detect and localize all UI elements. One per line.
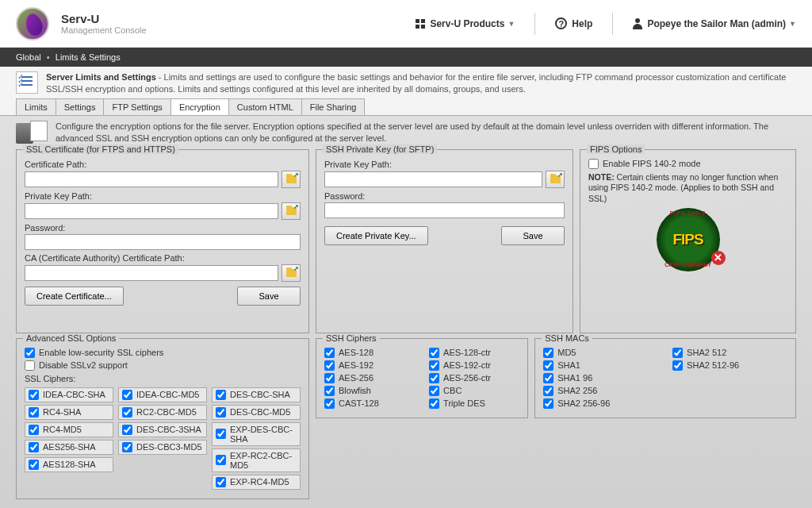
ssh-cipher-col2: AES-128-ctrAES-192-ctrAES-256-ctrCBCTrip…: [429, 345, 519, 411]
ssh-mac-item: MD5: [543, 348, 658, 358]
checklist-icon: [16, 71, 38, 94]
ssl-save-button[interactable]: Save: [237, 287, 301, 306]
ssl-password-input[interactable]: [25, 234, 301, 250]
ssh-mac-label: SHA1: [557, 360, 580, 370]
ssh-mac-checkbox[interactable]: [543, 348, 553, 358]
ssl-cert-legend: SSL Certificate (for FTPS and HTTPS): [23, 144, 178, 154]
ssh-priv-key-browse-button[interactable]: [546, 171, 565, 188]
ca-path-input[interactable]: [25, 265, 278, 281]
ssl-priv-key-browse-button[interactable]: [282, 202, 301, 220]
ssh-cipher-checkbox[interactable]: [324, 398, 335, 409]
ssh-cipher-col1: AES-128AES-192AES-256BlowfishCAST-128: [324, 345, 415, 411]
ssh-mac-checkbox[interactable]: [672, 360, 683, 371]
ssh-cipher-item: AES-192: [324, 360, 415, 371]
ssh-cipher-item: AES-256-ctr: [429, 373, 519, 383]
ssl-cipher-checkbox[interactable]: [216, 429, 226, 439]
ssh-cipher-checkbox[interactable]: [429, 386, 439, 396]
app-title: Serv-U: [61, 12, 147, 25]
ssl-cipher-item: DES-CBC-MD5: [212, 405, 301, 420]
ssh-cipher-checkbox[interactable]: [324, 348, 335, 358]
tab-limits[interactable]: Limits: [16, 98, 56, 115]
ssh-password-input[interactable]: [324, 202, 565, 218]
ssh-cipher-label: CBC: [443, 386, 462, 395]
cert-path-browse-button[interactable]: [282, 171, 301, 188]
ssh-key-legend: SSH Private Key (for SFTP): [323, 144, 437, 154]
ssl-cipher-checkbox[interactable]: [216, 477, 226, 487]
ssh-password-label: Password:: [324, 191, 565, 201]
tab-custom-html[interactable]: Custom HTML: [228, 98, 302, 115]
server-doc-icon: [16, 121, 48, 146]
ssh-cipher-checkbox[interactable]: [429, 348, 439, 358]
ssh-mac-checkbox[interactable]: [543, 360, 553, 371]
fips-note-bold: NOTE:: [588, 172, 615, 182]
ssh-cipher-item: AES-128: [324, 348, 415, 358]
ssl-cipher-col2: IDEA-CBC-MD5RC2-CBC-MD5DES-CBC-3SHADES-C…: [118, 385, 207, 492]
ssl-cipher-checkbox[interactable]: [29, 442, 39, 452]
create-private-key-button[interactable]: Create Private Key...: [324, 226, 428, 245]
ssh-cipher-checkbox[interactable]: [429, 373, 439, 383]
tab-ftp-settings[interactable]: FTP Settings: [103, 98, 170, 115]
ssl-password-label: Password:: [25, 223, 301, 233]
enable-fips-checkbox[interactable]: [588, 159, 599, 169]
ssh-mac-checkbox[interactable]: [672, 348, 683, 358]
ssh-mac-label: MD5: [557, 348, 576, 357]
fips-badge-bottom: CRYPTOGRAPHY: [657, 262, 720, 267]
products-menu[interactable]: Serv-U Products ▼: [416, 18, 515, 29]
ssl-priv-key-input[interactable]: [25, 203, 278, 219]
ssl-cipher-label: RC4-SHA: [43, 407, 81, 417]
help-label: Help: [572, 18, 592, 29]
ssl-cipher-checkbox[interactable]: [122, 390, 132, 400]
ssl-cipher-col3: DES-CBC-SHADES-CBC-MD5EXP-DES-CBC-SHAEXP…: [212, 385, 301, 492]
breadcrumb-root[interactable]: Global: [16, 52, 41, 62]
page-description-row: Server Limits and Settings - Limits and …: [0, 67, 812, 98]
ssl-cipher-checkbox[interactable]: [29, 390, 39, 400]
user-menu[interactable]: Popeye the Sailor Man (admin) ▼: [633, 18, 796, 29]
ssl-cipher-label: DES-CBC-3SHA: [136, 425, 201, 434]
ssl-cipher-checkbox[interactable]: [216, 455, 226, 465]
ssl-cipher-checkbox[interactable]: [216, 390, 226, 400]
ssh-cipher-checkbox[interactable]: [324, 373, 335, 383]
tab-encryption[interactable]: Encryption: [170, 98, 229, 115]
ssh-mac-checkbox[interactable]: [543, 398, 553, 409]
ssl-cipher-label: EXP-RC4-MD5: [230, 477, 289, 487]
ssl-cipher-checkbox[interactable]: [122, 425, 132, 435]
ssl-cipher-checkbox[interactable]: [216, 407, 226, 418]
ssl-cipher-item: IDEA-CBC-MD5: [118, 387, 207, 402]
ssh-cipher-checkbox[interactable]: [429, 398, 439, 409]
priv-key-label: Private Key Path:: [25, 191, 301, 201]
ssl-cipher-checkbox[interactable]: [29, 460, 39, 470]
ssh-cipher-checkbox[interactable]: [324, 386, 335, 396]
disable-sslv2-checkbox[interactable]: [25, 360, 35, 371]
ssl-cipher-checkbox[interactable]: [122, 407, 132, 418]
ca-path-browse-button[interactable]: [282, 264, 301, 282]
ssh-mac-checkbox[interactable]: [543, 386, 553, 396]
ssh-mac-item: SHA2 512-96: [672, 360, 787, 371]
help-link[interactable]: ? Help: [555, 17, 592, 29]
tab-settings[interactable]: Settings: [56, 98, 105, 115]
ssh-priv-key-input[interactable]: [324, 171, 542, 187]
ssh-cipher-checkbox[interactable]: [324, 360, 335, 371]
ssh-mac-item: SHA1: [543, 360, 658, 371]
ssl-cipher-label: AES128-SHA: [43, 460, 96, 469]
ssh-cipher-label: AES-192-ctr: [443, 360, 491, 370]
ssh-private-key-group: SSH Private Key (for SFTP) Private Key P…: [316, 149, 573, 333]
app-title-block: Serv-U Management Console: [61, 12, 147, 35]
create-certificate-button[interactable]: Create Certificate...: [25, 287, 124, 306]
low-security-ciphers-checkbox[interactable]: [25, 348, 35, 358]
ssl-cipher-item: RC2-CBC-MD5: [118, 405, 207, 420]
ssh-save-button[interactable]: Save: [501, 226, 565, 245]
ssh-cipher-item: Blowfish: [324, 386, 415, 396]
ssl-cipher-checkbox[interactable]: [29, 425, 39, 435]
fips-options-group: FIPS Options Enable FIPS 140-2 mode NOTE…: [580, 149, 796, 333]
ssl-cipher-label: IDEA-CBC-SHA: [43, 390, 105, 399]
ssh-cipher-checkbox[interactable]: [429, 360, 439, 371]
ssh-mac-label: SHA2 512-96: [687, 360, 739, 370]
ssh-cipher-label: AES-256-ctr: [443, 373, 491, 383]
ssl-cipher-checkbox[interactable]: [29, 407, 39, 418]
topbar: Serv-U Management Console Serv-U Product…: [0, 0, 812, 48]
tab-file-sharing[interactable]: File Sharing: [301, 98, 366, 115]
ssl-cipher-item: DES-CBC-3SHA: [118, 422, 207, 437]
ssl-cipher-checkbox[interactable]: [122, 442, 132, 452]
cert-path-input[interactable]: [25, 171, 278, 187]
ssh-mac-checkbox[interactable]: [543, 373, 553, 383]
